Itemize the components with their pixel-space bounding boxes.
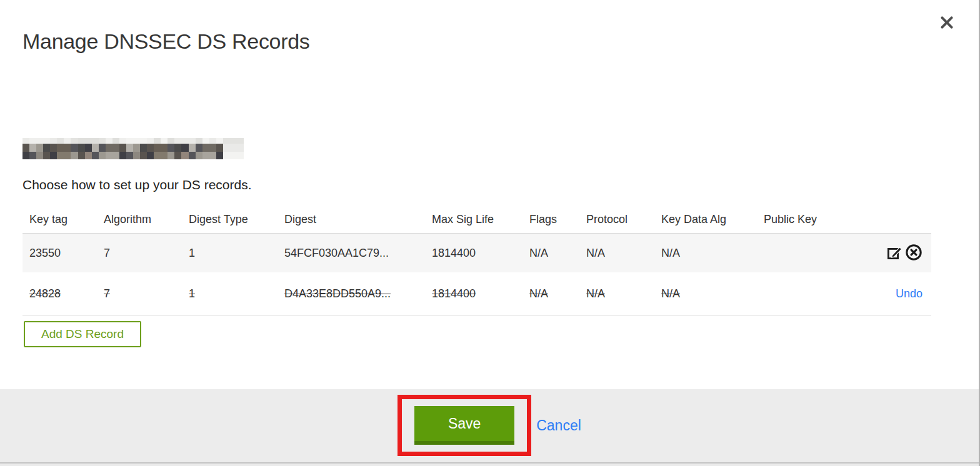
redacted-pixel: [85, 144, 92, 152]
redacted-pixel: [119, 152, 126, 160]
cell-key-data-alg: N/A: [661, 247, 680, 259]
delete-record-button[interactable]: [905, 244, 922, 262]
redacted-pixel: [50, 144, 57, 152]
cell-key-tag: 24828: [29, 287, 61, 300]
cell-flags: N/A: [529, 247, 548, 259]
redacted-pixel: [196, 152, 202, 160]
redacted-pixel: [174, 138, 181, 144]
cell-digest: 54FCF030AA1C79...: [284, 247, 389, 259]
redacted-pixel: [202, 144, 209, 152]
redacted-pixel: [174, 152, 181, 160]
col-header-digest: Digest: [278, 213, 425, 226]
redacted-pixel: [133, 144, 140, 152]
edit-record-button[interactable]: [886, 244, 903, 262]
delete-circle-icon: [905, 244, 922, 262]
cell-algorithm: 7: [104, 287, 110, 300]
redacted-pixel: [64, 152, 71, 160]
redacted-pixel: [92, 138, 99, 144]
col-header-flags: Flags: [522, 213, 579, 226]
redacted-pixel: [133, 152, 140, 160]
redacted-pixel: [230, 152, 237, 160]
redacted-pixel: [106, 138, 112, 144]
redacted-pixel: [154, 138, 161, 144]
table-row-deleted: 24828 7 1 D4A33E8DD550A9... 1814400 N/A …: [22, 272, 931, 315]
redacted-pixel: [237, 138, 244, 144]
redacted-pixel: [202, 138, 209, 144]
redacted-pixel: [112, 144, 119, 152]
redacted-pixel: [230, 138, 237, 144]
redacted-pixel: [71, 138, 78, 144]
redacted-pixel: [209, 152, 216, 160]
col-header-algorithm: Algorithm: [97, 213, 182, 226]
redacted-pixel: [29, 152, 36, 160]
cell-max-sig-life: 1814400: [432, 247, 476, 259]
redacted-pixel: [92, 152, 99, 160]
redacted-pixel: [43, 144, 50, 152]
redacted-pixel: [216, 138, 223, 144]
redacted-pixel: [99, 138, 106, 144]
redacted-pixel: [140, 152, 147, 160]
window-bottom-edge: [0, 464, 979, 466]
redacted-pixel: [50, 152, 57, 160]
cell-protocol: N/A: [586, 287, 605, 300]
redacted-pixel: [189, 138, 196, 144]
redacted-pixel: [209, 144, 216, 152]
close-button[interactable]: [938, 14, 956, 32]
redacted-pixel: [181, 152, 188, 160]
redacted-pixel: [36, 138, 43, 144]
modal-footer: Save Cancel: [0, 389, 979, 464]
redacted-pixel: [181, 144, 188, 152]
redacted-pixel: [71, 144, 78, 152]
redacted-pixel: [154, 152, 161, 160]
redacted-pixel: [133, 138, 140, 144]
cell-protocol: N/A: [586, 247, 605, 259]
redacted-pixel: [126, 138, 133, 144]
cell-key-tag: 23550: [29, 247, 61, 259]
cancel-link[interactable]: Cancel: [536, 417, 581, 434]
redacted-pixel: [223, 144, 230, 152]
redacted-pixel: [57, 152, 64, 160]
redacted-pixel: [161, 152, 168, 160]
redacted-pixel: [106, 152, 112, 160]
redacted-pixel: [78, 152, 85, 160]
redacted-pixel: [154, 144, 161, 152]
redacted-pixel: [57, 144, 64, 152]
redacted-pixel: [119, 138, 126, 144]
manage-dnssec-modal: Manage DNSSEC DS Records Choose how to s…: [0, 0, 980, 466]
redacted-pixel: [168, 152, 174, 160]
col-header-protocol: Protocol: [579, 213, 654, 226]
redacted-pixel: [85, 138, 92, 144]
page-title: Manage DNSSEC DS Records: [22, 29, 310, 54]
annotation-highlight-box: Save: [398, 395, 531, 456]
redacted-pixel: [202, 152, 209, 160]
redacted-pixel: [140, 138, 147, 144]
redacted-pixel: [189, 144, 196, 152]
redacted-pixel: [189, 152, 196, 160]
redacted-pixel: [223, 152, 230, 160]
instruction-text: Choose how to set up your DS records.: [22, 177, 252, 192]
redacted-pixel: [140, 144, 147, 152]
redacted-pixel: [36, 152, 43, 160]
redacted-pixel: [57, 138, 64, 144]
edit-icon: [886, 244, 903, 262]
redacted-pixel: [29, 138, 36, 144]
redacted-pixel: [22, 144, 29, 152]
cell-digest-type: 1: [189, 247, 195, 259]
redacted-pixel: [50, 138, 57, 144]
add-ds-record-button[interactable]: Add DS Record: [24, 321, 141, 347]
redacted-pixel: [147, 138, 154, 144]
cell-flags: N/A: [529, 287, 548, 300]
redacted-pixel: [161, 138, 168, 144]
redacted-pixel: [181, 138, 188, 144]
redacted-pixel: [126, 144, 133, 152]
redacted-pixel: [119, 144, 126, 152]
redacted-pixel: [43, 152, 50, 160]
redacted-pixel: [230, 144, 237, 152]
close-icon: [938, 24, 956, 33]
redacted-pixel: [161, 144, 168, 152]
save-button[interactable]: Save: [414, 406, 514, 445]
undo-link[interactable]: Undo: [896, 287, 922, 300]
redacted-pixel: [196, 138, 202, 144]
redacted-pixel: [174, 144, 181, 152]
cell-algorithm: 7: [104, 247, 110, 259]
